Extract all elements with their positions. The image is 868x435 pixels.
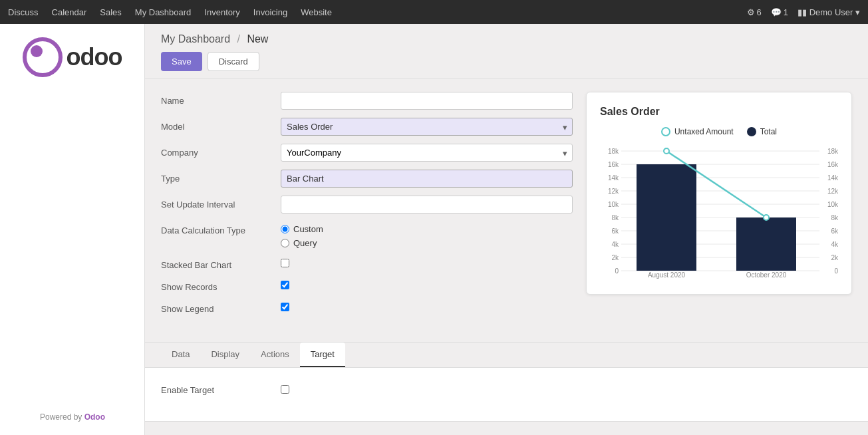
tab-target[interactable]: Target — [300, 343, 345, 367]
chart-legend: Untaxed Amount Total — [600, 127, 838, 136]
legend-total: Total — [747, 127, 777, 136]
data-calc-label: Data Calculation Type — [161, 221, 281, 235]
tabs-section: Data Display Actions Target Enable Targe… — [145, 342, 868, 421]
svg-text:2k: 2k — [611, 254, 619, 261]
svg-text:8k: 8k — [611, 214, 619, 221]
legend-untaxed: Untaxed Amount — [661, 127, 734, 136]
radio-group: Custom Query — [281, 221, 573, 248]
stacked-checkbox[interactable] — [281, 259, 289, 267]
total-icon — [747, 127, 756, 136]
enable-target-label: Enable Target — [161, 381, 281, 395]
show-records-checkbox[interactable] — [281, 281, 289, 289]
company-select[interactable]: YourCompany — [281, 144, 573, 162]
type-row: Type Bar Chart — [161, 170, 573, 188]
update-interval-row: Set Update Interval — [161, 196, 573, 214]
company-row: Company YourCompany — [161, 144, 573, 162]
type-label: Type — [161, 170, 281, 184]
name-field — [281, 92, 573, 110]
tab-actions[interactable]: Actions — [250, 343, 300, 367]
discard-button[interactable]: Discard — [208, 52, 259, 71]
type-display[interactable]: Bar Chart — [281, 170, 573, 188]
line-dot-oct — [764, 215, 769, 220]
nav-invoicing[interactable]: Invoicing — [253, 7, 287, 17]
radio-query-input[interactable] — [281, 239, 289, 247]
tab-data[interactable]: Data — [161, 343, 200, 367]
data-calc-field: Custom Query — [281, 221, 573, 248]
model-select[interactable]: Sales Order — [281, 118, 573, 136]
chart-title: Sales Order — [600, 106, 838, 118]
form-area: Name Model Sales Order — [145, 78, 868, 335]
radio-query[interactable]: Query — [281, 238, 573, 248]
data-calc-row: Data Calculation Type Custom Query — [161, 221, 573, 248]
radio-custom-input[interactable] — [281, 225, 289, 233]
show-legend-row: Show Legend — [161, 300, 573, 314]
svg-text:4k: 4k — [831, 241, 839, 248]
stacked-row: Stacked Bar Chart — [161, 256, 573, 270]
company-field: YourCompany — [281, 144, 573, 162]
total-label: Total — [760, 127, 777, 136]
svg-text:10k: 10k — [608, 201, 619, 208]
svg-text:4k: 4k — [611, 241, 619, 248]
show-legend-checkbox[interactable] — [281, 303, 289, 311]
notification-badge[interactable]: ⚙ 6 — [747, 7, 762, 17]
show-records-label: Show Records — [161, 278, 281, 292]
nav-menu: Discuss Calendar Sales My Dashboard Inve… — [8, 7, 332, 17]
user-menu[interactable]: ▮▮ Demo User ▾ — [797, 7, 860, 17]
name-label: Name — [161, 92, 281, 106]
svg-text:2k: 2k — [831, 254, 839, 261]
update-interval-field — [281, 196, 573, 214]
svg-text:October 2020: October 2020 — [746, 271, 787, 279]
breadcrumb-separator: / — [237, 33, 240, 45]
show-records-field — [281, 278, 573, 289]
nav-discuss[interactable]: Discuss — [8, 7, 39, 17]
svg-text:0: 0 — [615, 267, 619, 275]
svg-text:6k: 6k — [831, 227, 839, 235]
type-field-container: Bar Chart — [281, 170, 573, 188]
enable-target-checkbox[interactable] — [281, 385, 289, 394]
untaxed-icon — [661, 127, 670, 136]
model-field: Sales Order — [281, 118, 573, 136]
bar-october — [736, 218, 796, 271]
svg-text:18k: 18k — [827, 148, 839, 155]
enable-target-field — [281, 382, 852, 394]
company-label: Company — [161, 144, 281, 158]
nav-user-area: ⚙ 6 💬 1 ▮▮ Demo User ▾ — [747, 7, 860, 17]
model-row: Model Sales Order — [161, 118, 573, 136]
main-content: My Dashboard / New Save Discard Name — [145, 24, 868, 435]
show-legend-field — [281, 300, 573, 311]
svg-text:14k: 14k — [827, 174, 839, 182]
update-interval-input[interactable] — [281, 196, 573, 214]
radio-custom-label: Custom — [293, 224, 323, 234]
radio-custom[interactable]: Custom — [281, 224, 573, 234]
update-interval-label: Set Update Interval — [161, 196, 281, 210]
nav-sales[interactable]: Sales — [100, 7, 122, 17]
messages-badge[interactable]: 💬 1 — [771, 7, 788, 17]
nav-my-dashboard[interactable]: My Dashboard — [135, 7, 192, 17]
show-legend-label: Show Legend — [161, 300, 281, 314]
svg-text:16k: 16k — [827, 161, 839, 168]
svg-text:18k: 18k — [608, 148, 619, 155]
name-input[interactable] — [281, 92, 573, 110]
bar-august — [637, 164, 696, 271]
odoo-logo-text: odoo — [67, 43, 122, 71]
nav-inventory[interactable]: Inventory — [204, 7, 239, 17]
powered-by: Powered by Odoo — [0, 412, 145, 422]
page-layout: odoo Powered by Odoo My Dashboard / New … — [0, 24, 868, 435]
tabs-bar: Data Display Actions Target — [145, 343, 868, 368]
nav-website[interactable]: Website — [301, 7, 332, 17]
svg-text:0: 0 — [834, 267, 838, 275]
page-header: My Dashboard / New Save Discard — [145, 24, 868, 78]
breadcrumb-parent[interactable]: My Dashboard — [161, 33, 230, 45]
logo: odoo — [23, 37, 122, 77]
svg-text:8k: 8k — [831, 214, 839, 221]
tab-display[interactable]: Display — [200, 343, 250, 367]
header-buttons: Save Discard — [161, 52, 852, 71]
save-button[interactable]: Save — [161, 52, 202, 71]
chart-svg: 18k 16k 14k 12k 10k 8k 6k 4k 2k 0 18k 16… — [600, 146, 839, 279]
odoo-logo-circle — [23, 37, 63, 77]
nav-calendar[interactable]: Calendar — [52, 7, 87, 17]
breadcrumb-current: New — [247, 33, 268, 45]
line-dot-aug — [664, 148, 669, 154]
svg-text:10k: 10k — [827, 201, 839, 208]
bottom-bar — [145, 421, 868, 435]
